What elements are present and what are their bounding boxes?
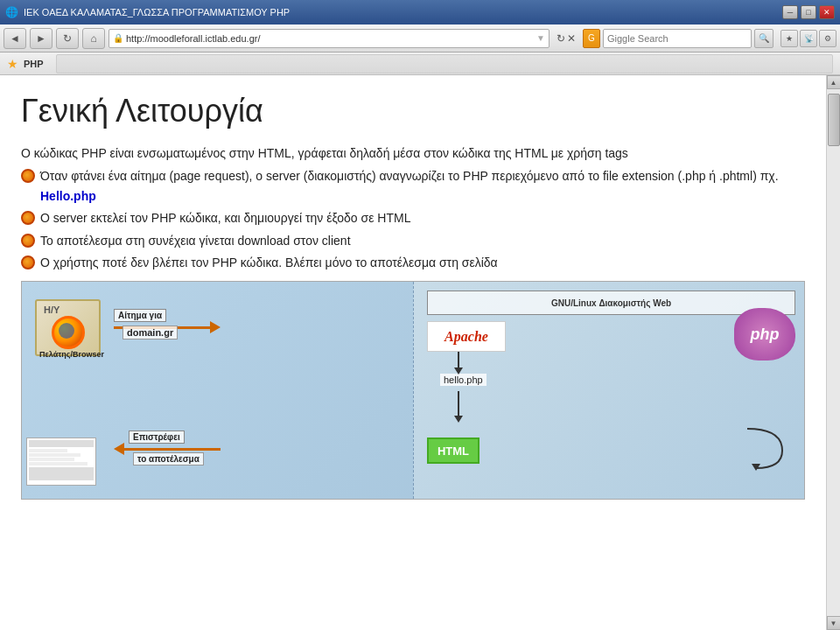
minimize-button[interactable]: ─ (782, 5, 798, 19)
bookmark-toolbar-icon[interactable]: ★ (780, 30, 798, 47)
bullet-item-1: Όταν φτάνει ένα αίτημα (page request), ο… (21, 166, 805, 206)
window-controls[interactable]: ─ □ ✕ (782, 5, 835, 19)
hy-label: H/Y (44, 304, 60, 315)
address-input[interactable] (126, 33, 536, 44)
address-go-icon: ▼ (536, 33, 545, 43)
arrow-head-return (114, 443, 124, 455)
bullet-text-2: Ο server εκτελεί τον PHP κώδικα, και δημ… (40, 208, 410, 228)
bullet-item-3: Το αποτέλεσμα στη συνέχεια γίνεται downl… (21, 231, 805, 250)
apache-box: Apache (427, 321, 506, 352)
gnu-linux-label: GNU/Linux Διακομιστής Web (427, 290, 795, 315)
bullet-icon-2 (21, 211, 35, 225)
scrollbar[interactable]: ▲ ▼ (826, 75, 840, 630)
diagram-area: H/Y Πελάτης/Browser Αίτημα για domain.gr (21, 281, 805, 500)
hello-php-file-label: hello.php (440, 374, 486, 386)
home-button[interactable]: ⌂ (82, 28, 105, 49)
rss-icon[interactable]: 📡 (800, 30, 817, 47)
return-label: Επιστρέφει (129, 430, 185, 444)
php-cloud: php (734, 308, 795, 360)
address-bar[interactable]: 🔒 ▼ (108, 29, 550, 48)
client-cube: H/Y (35, 299, 101, 356)
bullet-item-4: Ο χρήστης ποτέ δεν βλέπει τον PHP κώδικα… (21, 253, 805, 272)
page-content: Γενική Λειτουργία Ο κώδικας PHP είναι εν… (0, 75, 826, 630)
diagram-left: H/Y Πελάτης/Browser Αίτημα για domain.gr (22, 282, 413, 499)
maximize-button[interactable]: □ (801, 5, 816, 19)
request-label: Αίτημα για (114, 309, 166, 322)
scroll-track (827, 89, 841, 616)
tools-icon[interactable]: ⚙ (819, 30, 836, 47)
html-box: HTML (427, 438, 480, 464)
search-input[interactable] (603, 29, 752, 48)
bullet-text-1: Όταν φτάνει ένα αίτημα (page request), ο… (40, 166, 805, 206)
search-brand-icon: G (583, 29, 600, 48)
search-section: G 🔍 (583, 29, 774, 48)
bullet-icon-1 (21, 169, 35, 183)
navigation-bar: ◄ ► ↻ ⌂ 🔒 ▼ ↻ ✕ G 🔍 ★ 📡 ⚙ (0, 24, 840, 52)
bullet-text-3: Το αποτέλεσμα στη συνέχεια γίνεται downl… (40, 231, 351, 250)
arrow-shaft-return (124, 448, 220, 451)
title-bar-left: 🌐 ΙΕΚ ΟΑΕΔ ΚΑΛΑΜΑΤΑΣ_ΓΛΩΣΣΑ ΠΡΟΓΡΑΜΜΑΤΙΣ… (5, 6, 290, 18)
html-return-arrow (721, 420, 791, 472)
return-arrow: Επιστρέφει το αποτέλεσμα (114, 443, 220, 455)
scroll-up-button[interactable]: ▲ (827, 75, 841, 89)
page-thumbnail (26, 438, 96, 486)
scroll-down-button[interactable]: ▼ (827, 616, 841, 630)
result-label: το αποτέλεσμα (133, 452, 204, 466)
window-title: ΙΕΚ ΟΑΕΔ ΚΑΛΑΜΑΤΑΣ_ΓΛΩΣΣΑ ΠΡΟΓΡΑΜΜΑΤΙΣΜΟ… (24, 7, 290, 18)
hello-php-link[interactable]: Hello.php (40, 189, 96, 203)
domain-label: domain.gr (122, 326, 178, 340)
apache-to-hello-arrow (458, 352, 459, 369)
bullet-text-4: Ο χρήστης ποτέ δεν βλέπει τον PHP κώδικα… (40, 253, 498, 272)
bookmarks-bar: ★ PHP (0, 52, 840, 75)
paragraph-1: Ο κώδικας PHP είναι ενσωματωμένος στην H… (21, 144, 805, 163)
hello-to-html-arrow (458, 391, 459, 417)
page-title: Γενική Λειτουργία (21, 93, 805, 130)
refresh-button[interactable]: ↻ (56, 28, 79, 49)
title-bar: 🌐 ΙΕΚ ΟΑΕΔ ΚΑΛΑΜΑΤΑΣ_ΓΛΩΣΣΑ ΠΡΟΓΡΑΜΜΑΤΙΣ… (0, 0, 840, 24)
scroll-thumb[interactable] (828, 94, 840, 146)
request-arrow: Αίτημα για domain.gr (114, 321, 220, 333)
refresh-small-icon[interactable]: ↻ (556, 32, 565, 45)
search-go-button[interactable]: 🔍 (754, 29, 774, 48)
back-button[interactable]: ◄ (4, 28, 26, 49)
bookmark-php-label[interactable]: PHP (24, 59, 44, 69)
diagram-right: GNU/Linux Διακομιστής Web Apache hello.p… (413, 282, 804, 499)
lock-icon: 🔒 (113, 33, 123, 43)
browser-client-box: H/Y Πελάτης/Browser (35, 299, 109, 360)
apache-label: Apache (444, 329, 488, 345)
browser-content: Γενική Λειτουργία Ο κώδικας PHP είναι εν… (0, 75, 840, 630)
arrow-head-forward (210, 321, 220, 333)
browser-icon: 🌐 (5, 6, 18, 18)
close-button[interactable]: ✕ (819, 5, 835, 19)
bullet-item-2: Ο server εκτελεί τον PHP κώδικα, και δημ… (21, 208, 805, 228)
bookmark-star-icon: ★ (7, 57, 18, 71)
forward-button[interactable]: ► (30, 28, 52, 49)
bullet-icon-4 (21, 256, 35, 270)
bullet-icon-3 (21, 234, 35, 248)
stop-icon[interactable]: ✕ (567, 32, 576, 45)
php-cloud-text: php (751, 326, 780, 344)
browser-label: Πελάτης/Browser (39, 350, 104, 359)
firefox-logo (52, 316, 85, 349)
